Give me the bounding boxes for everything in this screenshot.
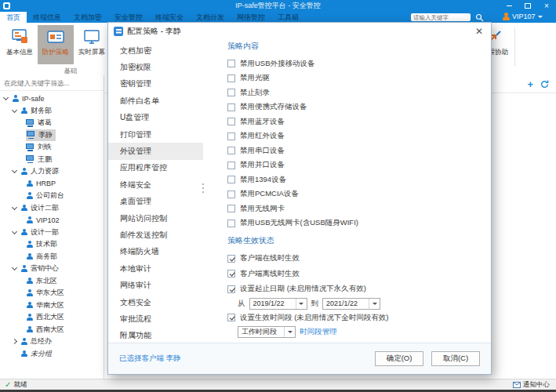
checkbox-checked[interactable]	[227, 255, 235, 263]
notification-center[interactable]: 通知中心	[513, 380, 550, 390]
checkbox-unchecked[interactable]	[227, 147, 235, 154]
tab-toolbox[interactable]: 工具箱	[271, 12, 305, 23]
tree-item-terminal[interactable]: 刘铁	[0, 141, 104, 154]
checkbox-row[interactable]: 禁用红外设备	[227, 129, 483, 144]
chevron-down-icon[interactable]	[3, 95, 9, 100]
tree-item-terminal-selected[interactable]: 李静	[0, 129, 104, 142]
tree-item-user[interactable]: VIP102	[0, 214, 104, 227]
tree-item-terminal[interactable]: 王鹏	[0, 154, 104, 166]
date-to-select[interactable]: 2021/1/22	[322, 298, 380, 310]
tab-security-control[interactable]: 安全管控	[108, 12, 149, 23]
tree-item-user[interactable]: 东北区	[0, 275, 104, 288]
menu-item-mail-send-control[interactable]: 邮件发送控制	[108, 227, 203, 243]
checkbox-unchecked[interactable]	[227, 103, 235, 111]
tree-item-group[interactable]: 总经办	[0, 336, 104, 348]
menu-item-desktop-management[interactable]: 桌面管理	[108, 194, 203, 210]
chevron-down-icon[interactable]	[296, 299, 307, 309]
tree-item-group[interactable]: 财务部	[0, 105, 104, 118]
checkbox-checked[interactable]	[227, 285, 235, 293]
menu-item-website-access[interactable]: 网站访问控制	[108, 210, 203, 227]
checkbox-row[interactable]: 禁用并口设备	[227, 158, 483, 173]
tree-item-ungrouped[interactable]: 未分组	[0, 348, 104, 361]
chevron-down-icon[interactable]	[12, 168, 17, 173]
checkbox-row[interactable]: 设置起止日期 (未启用情况下永久有效)	[227, 281, 483, 297]
add-icon[interactable]: +	[527, 79, 533, 89]
tree-item-user[interactable]: 商务部	[0, 251, 104, 263]
checkbox-row[interactable]: 禁用1394设备	[227, 172, 483, 187]
checkbox-row[interactable]: 客户端离线时生效	[227, 267, 483, 282]
ribbon-basic-info-button[interactable]: 基本信息	[2, 25, 38, 64]
tab-network-control[interactable]: 网络管控	[231, 12, 271, 23]
menu-item-key-management[interactable]: 密钥管理	[108, 76, 203, 93]
menu-item-print-management[interactable]: 打印管理	[108, 126, 203, 143]
checkbox-row[interactable]: 禁用USB无线网卡(含USB随身WIFI)	[227, 216, 483, 231]
checkbox-row[interactable]: 禁用USB外接移动设备	[227, 56, 483, 71]
chevron-down-icon[interactable]	[12, 265, 17, 270]
menu-item-network-audit[interactable]: 网络审计	[108, 277, 203, 293]
chevron-down-icon[interactable]	[284, 327, 295, 337]
date-from-select[interactable]: 2019/1/22	[249, 298, 307, 310]
checkbox-unchecked[interactable]	[227, 74, 235, 82]
checkbox-row[interactable]: 禁用串口设备	[227, 143, 483, 158]
menu-item-doc-security[interactable]: 文档安全	[108, 294, 203, 310]
checkbox-unchecked[interactable]	[227, 118, 235, 125]
tab-home[interactable]: 首页	[0, 12, 27, 23]
menu-item-terminal-security[interactable]: 终端安全	[108, 176, 203, 193]
menu-item-terminal-firewall[interactable]: 终端防火墙	[108, 244, 203, 260]
search-icon[interactable]	[475, 13, 484, 22]
checkbox-unchecked[interactable]	[227, 220, 235, 227]
ok-button[interactable]: 确定(O)	[375, 351, 423, 366]
period-management-link[interactable]: 时间段管理	[300, 327, 337, 337]
tree-item-user[interactable]: 西北大区	[0, 311, 104, 324]
checkbox-unchecked[interactable]	[227, 89, 235, 96]
search-input[interactable]	[413, 14, 468, 21]
user-menu[interactable]: VIP107	[502, 13, 543, 20]
chevron-down-icon[interactable]	[369, 299, 380, 309]
tab-doc-encryption[interactable]: 文档加密	[67, 12, 108, 23]
tree-item-user[interactable]: HRBP	[0, 178, 104, 191]
checkbox-row[interactable]: 设置生效时间段 (未启用情况下全时间段有效)	[227, 310, 483, 326]
checkbox-unchecked[interactable]	[227, 132, 235, 140]
maximize-button[interactable]	[518, 0, 537, 12]
tree-item-group[interactable]: 营销中心	[0, 263, 104, 275]
checkbox-checked[interactable]	[227, 314, 235, 321]
tree-item-user[interactable]: 公司前台	[0, 190, 104, 202]
menu-item-local-audit[interactable]: 本地审计	[108, 260, 203, 277]
checkbox-unchecked[interactable]	[227, 176, 235, 183]
tab-doc-distribution[interactable]: 文档分发	[190, 12, 231, 23]
minimize-button[interactable]	[500, 0, 518, 12]
tree-item-root[interactable]: IP-safe	[0, 93, 104, 105]
refresh-icon[interactable]	[540, 80, 549, 89]
chevron-down-icon[interactable]	[12, 205, 17, 210]
menu-item-encrypt-permission[interactable]: 加密权限	[108, 59, 203, 75]
tab-terminal-info[interactable]: 终端信息	[27, 12, 67, 23]
ribbon-protect-policy-button[interactable]: 防护策略	[38, 25, 74, 64]
checkbox-unchecked[interactable]	[227, 205, 235, 212]
chevron-down-icon[interactable]	[12, 229, 17, 234]
menu-item-mail-whitelist[interactable]: 邮件白名单	[108, 93, 203, 109]
tree-item-terminal[interactable]: 诸葛	[0, 117, 104, 129]
tree-filter-input[interactable]	[4, 79, 98, 87]
dialog-close-icon[interactable]: ✕	[473, 25, 485, 38]
checkbox-checked[interactable]	[227, 270, 235, 278]
checkbox-unchecked[interactable]	[227, 191, 235, 198]
menu-item-app-control[interactable]: 应用程序管控	[108, 160, 203, 176]
checkbox-unchecked[interactable]	[227, 162, 235, 169]
tree-item-user[interactable]: 技术部	[0, 238, 104, 251]
checkbox-row[interactable]: 禁用PCMCIA设备	[227, 187, 483, 202]
checkbox-row[interactable]: 禁用光驱	[227, 71, 483, 86]
chevron-right-icon[interactable]	[12, 339, 17, 344]
tree-item-user[interactable]: 华东大区	[0, 287, 104, 299]
checkbox-row[interactable]: 禁用蓝牙设备	[227, 114, 483, 129]
checkbox-row[interactable]: 禁用无线网卡	[227, 201, 483, 216]
tree-item-user[interactable]: 华南大区	[0, 299, 104, 312]
tree-item-group[interactable]: 设计二部	[0, 202, 104, 215]
tab-terminal-security[interactable]: 终端安全	[149, 12, 190, 23]
menu-item-approval-flow[interactable]: 审批流程	[108, 310, 203, 327]
menu-item-附属-functions[interactable]: 附属功能	[108, 328, 203, 344]
period-select[interactable]: 工作时间段	[238, 326, 296, 338]
tree-item-group[interactable]: 设计一部	[0, 227, 104, 239]
menu-item-doc-encryption[interactable]: 文档加密	[108, 42, 203, 59]
ribbon-realtime-screen-button[interactable]: 实时屏幕	[75, 25, 108, 64]
close-button[interactable]: ×	[537, 0, 556, 12]
